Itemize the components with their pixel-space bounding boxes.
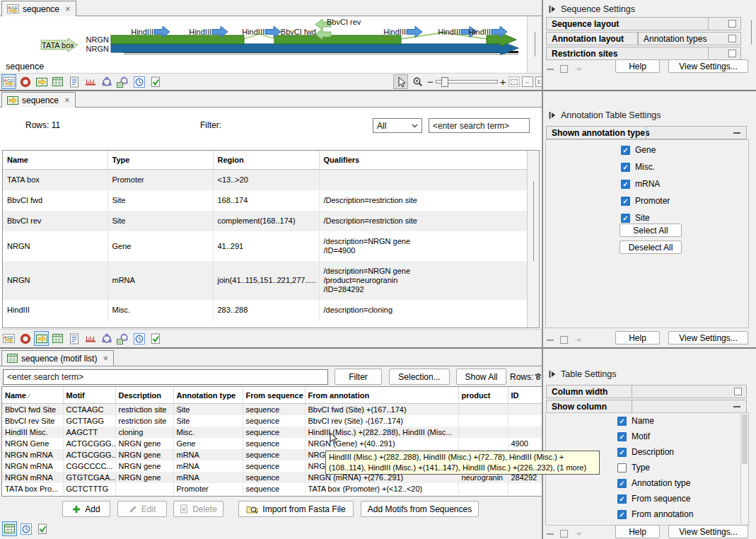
close-icon[interactable]: × xyxy=(65,4,71,13)
tab-motif-list[interactable]: sequence (motif list) × xyxy=(1,350,114,366)
annotation-row[interactable]: NRGN mRNA join(41..115,151..221,277.....… xyxy=(3,261,528,300)
motif-table-icon[interactable] xyxy=(115,74,130,89)
annotation-row[interactable]: TATA box Promoter <13..>20 xyxy=(3,170,528,191)
edit-button[interactable]: Edit xyxy=(117,501,167,517)
circular-view-icon[interactable] xyxy=(18,331,33,346)
column-header-region[interactable]: Region xyxy=(213,151,319,170)
zoom-slider-thumb[interactable] xyxy=(441,77,448,87)
collapse-minus-icon[interactable] xyxy=(733,132,740,134)
dock-icon[interactable]: ⇥ xyxy=(574,65,581,73)
checkbox[interactable] xyxy=(621,197,630,206)
close-icon[interactable]: × xyxy=(103,354,108,363)
history-icon[interactable] xyxy=(18,521,33,536)
table-view-icon[interactable] xyxy=(2,521,17,536)
annotation-table-icon[interactable] xyxy=(34,74,49,89)
add-button[interactable]: Add xyxy=(62,501,110,517)
column-header-from-sequence[interactable]: From sequence xyxy=(243,387,305,404)
checkbox[interactable] xyxy=(621,214,630,223)
table-view-icon[interactable] xyxy=(50,74,65,89)
import-fasta-button[interactable]: Import from Fasta File xyxy=(238,501,354,517)
report-icon[interactable] xyxy=(148,74,163,89)
settings-group-annotation-layout[interactable]: Annotation layout xyxy=(546,32,638,45)
zoom-in-icon[interactable] xyxy=(410,74,425,89)
motif-row[interactable]: TATA box Pro... GCTCTTTG Promoter sequen… xyxy=(2,483,542,494)
text-view-icon[interactable] xyxy=(66,74,81,89)
sequence-view-canvas[interactable]: TATA box NRGN NRGN HindIII HindIII HindI… xyxy=(0,16,527,73)
detach-square-icon[interactable] xyxy=(734,388,742,395)
detach-square-icon[interactable] xyxy=(560,65,568,73)
filter-scope-dropdown[interactable]: All xyxy=(373,118,422,133)
column-header-motif[interactable]: Motif xyxy=(63,387,115,404)
show-column-scrollbar[interactable] xyxy=(740,413,748,523)
annotation-row[interactable]: BbvCI fwd Site 168..174 /Description=res… xyxy=(3,190,528,211)
detach-square-icon[interactable] xyxy=(728,50,736,57)
tab-sequence-view[interactable]: sequence × xyxy=(1,1,76,16)
column-header-product[interactable]: product xyxy=(458,387,508,404)
zoom-in-plus-icon[interactable]: + xyxy=(500,76,506,88)
filter-button[interactable]: Filter xyxy=(335,369,382,385)
zoom-slider[interactable] xyxy=(436,80,498,83)
annotation-row[interactable]: NRGN Gene 41..291 /description=NRGN gene… xyxy=(3,231,528,261)
settings-group-shown-annotation-types[interactable]: Shown annotation types xyxy=(546,126,747,139)
view-settings-button[interactable]: View Settings... xyxy=(668,331,748,344)
annotation-row[interactable]: BbvCI rev Site complement(168..174) /Des… xyxy=(3,211,528,231)
show-all-button[interactable]: Show All xyxy=(456,369,506,385)
checkbox[interactable] xyxy=(621,180,630,189)
annotation-search-input[interactable] xyxy=(429,118,530,133)
add-motifs-button[interactable]: Add Motifs from Sequences xyxy=(361,501,479,517)
checkbox[interactable] xyxy=(617,432,627,441)
detach-square-icon[interactable] xyxy=(560,336,568,344)
panel-expand-icon[interactable] xyxy=(549,5,556,13)
detach-square-icon[interactable] xyxy=(728,20,736,28)
collapse-minus-icon[interactable] xyxy=(547,533,554,535)
annotation-row[interactable]: HindIII Misc. 283..288 /description=clon… xyxy=(3,300,528,320)
funnel-icon[interactable] xyxy=(534,373,542,381)
column-header-annotation-type[interactable]: Annotation type xyxy=(173,387,243,404)
settings-group-show-column[interactable]: Show column xyxy=(546,400,747,413)
collapse-minus-icon[interactable] xyxy=(547,340,554,341)
settings-group-column-width[interactable]: Column width xyxy=(546,385,747,398)
sequence-view-icon[interactable] xyxy=(1,74,16,89)
motif-view-icon[interactable] xyxy=(99,331,114,346)
settings-scrollbar[interactable] xyxy=(751,20,752,45)
checkbox[interactable] xyxy=(617,479,627,488)
column-header-from-annotation[interactable]: From annotation xyxy=(305,387,458,404)
motif-row[interactable]: BbvCI fwd Site CCTAAGC restriction site … xyxy=(2,404,542,416)
report-icon[interactable] xyxy=(148,331,163,346)
column-header-description[interactable]: Description xyxy=(115,387,173,404)
panel-expand-icon[interactable] xyxy=(549,111,556,120)
motif-row[interactable]: BbvCI rev Site GCTTAGG restriction site … xyxy=(2,415,542,427)
selection-button[interactable]: Selection... xyxy=(389,369,450,385)
sequence-vertical-scrollbar[interactable] xyxy=(527,16,542,73)
collapse-minus-icon[interactable] xyxy=(733,406,740,407)
tab-annotation-table[interactable]: sequence × xyxy=(1,92,76,108)
zoom-out-minus-icon[interactable]: − xyxy=(427,76,434,88)
checkbox[interactable] xyxy=(617,463,627,473)
motif-row[interactable]: NRGN Gene ACTGCGGG... NRGN gene Gene seq… xyxy=(2,438,542,449)
history-icon[interactable] xyxy=(132,74,146,89)
column-header-qualifiers[interactable]: Qualifiers xyxy=(319,151,528,170)
circular-view-icon[interactable] xyxy=(18,74,33,89)
motif-view-icon[interactable] xyxy=(99,74,114,89)
motif-search-input[interactable] xyxy=(3,369,328,385)
view-settings-button[interactable]: View Settings... xyxy=(668,59,748,73)
detach-square-icon[interactable] xyxy=(560,530,568,538)
collapse-minus-icon[interactable] xyxy=(547,69,554,70)
help-button[interactable]: Help xyxy=(615,331,660,344)
annotation-table-icon[interactable] xyxy=(34,331,49,346)
restriction-map-icon[interactable] xyxy=(83,331,98,346)
checkbox[interactable] xyxy=(617,417,627,426)
promoter-annotation-tata[interactable]: TATA box xyxy=(41,38,78,52)
motif-table-icon[interactable] xyxy=(115,331,130,346)
view-settings-button[interactable]: View Settings... xyxy=(668,525,748,538)
restriction-map-icon[interactable] xyxy=(83,74,98,89)
history-icon[interactable] xyxy=(132,331,146,346)
checkbox[interactable] xyxy=(621,163,630,172)
column-header-name[interactable]: Name ∕ xyxy=(2,387,63,404)
settings-group-annotation-types[interactable]: Annotation types xyxy=(638,32,741,45)
checkbox[interactable] xyxy=(621,146,630,155)
settings-group-restriction-sites[interactable]: Restriction sites xyxy=(546,47,741,60)
help-button[interactable]: Help xyxy=(615,59,660,73)
column-header-name[interactable]: Name xyxy=(3,151,107,170)
pan-zoom-icon[interactable] xyxy=(508,76,520,87)
